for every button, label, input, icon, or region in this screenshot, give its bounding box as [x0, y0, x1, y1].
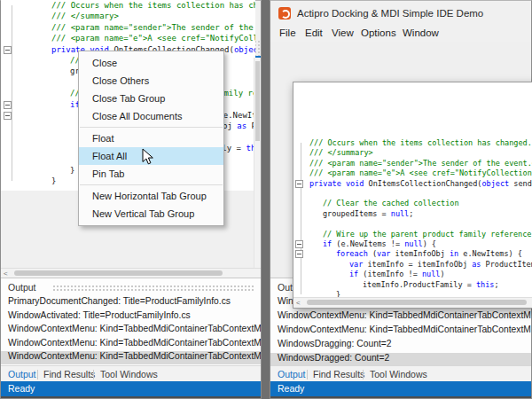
menu-file[interactable]: File [279, 27, 296, 38]
tab-separator [363, 370, 364, 379]
fold-collapse-icon[interactable] [295, 180, 303, 188]
code-line: if (itemInfo != null) [349, 270, 445, 278]
window-bottom-edge [1, 396, 261, 398]
menu-window[interactable]: Window [403, 27, 439, 38]
tab-separator [93, 370, 94, 379]
code-line: /// </summary> [51, 12, 119, 20]
statusbar: Ready [1, 381, 261, 396]
code-line: } [51, 176, 56, 185]
menu-item-close-all-documents[interactable]: Close All Documents [79, 107, 223, 125]
outlining-gutter-line [12, 5, 12, 181]
vertical-scrollbar[interactable] [254, 58, 261, 268]
output-log-row[interactable]: PrimaryDocumentChanged: Title=ProductFam… [1, 296, 261, 309]
panel-tab-output[interactable]: Output [278, 369, 306, 379]
fold-collapse-icon[interactable] [295, 240, 303, 248]
menu-item-close-others[interactable]: Close Others [79, 72, 223, 90]
panel-tab-find-results[interactable]: Find Results [313, 369, 364, 379]
fold-collapse-icon[interactable] [295, 250, 303, 258]
scroll-left-icon[interactable]: < [4, 270, 8, 278]
window-title: Actipro Docking & MDI Simple IDE Demo [297, 8, 483, 19]
code-line: /// <param name="e">A <see cref="NotifyC… [51, 34, 255, 43]
fold-collapse-icon[interactable] [4, 112, 12, 120]
desktop: Actipro Docking & MDI Simple IDE Demo Fi… [0, 0, 532, 399]
tab-context-menu: CloseClose OthersClose Tab GroupClose Al… [78, 51, 224, 226]
output-log-row[interactable]: WindowContextMenu: Kind=TabbedMdiContain… [1, 351, 261, 364]
menu-separator [80, 184, 223, 185]
titlebar[interactable]: Actipro Docking & MDI Simple IDE Demo [270, 1, 531, 27]
code-line: } [336, 290, 340, 297]
code-line: if (e.NewItems != null) { [323, 239, 436, 248]
outlining-gutter-line [301, 143, 301, 294]
status-text: Ready [278, 383, 304, 394]
code-line: foreach (var itemInfoObj in e.NewItems) … [336, 249, 522, 258]
window-bottom-edge [270, 396, 531, 398]
status-text: Ready [8, 383, 35, 394]
output-log-row[interactable]: WindowActivated: Title=ProductFamilyInfo… [1, 310, 261, 324]
menu-separator [80, 127, 223, 128]
code-line: private void OnItemsCollectionChanged(ob… [309, 179, 532, 188]
panel-tabbar: OutputFind ResultsTool Windows [1, 365, 261, 382]
output-log-row[interactable]: WindowsDragged: Count=2 [270, 353, 531, 366]
output-log-row[interactable]: WindowContextMenu: Kind=TabbedMdiContain… [270, 310, 531, 324]
mouse-cursor [142, 148, 154, 169]
output-panel-header[interactable]: Output [1, 279, 261, 295]
fold-collapse-icon[interactable] [4, 101, 12, 109]
output-panel: Output PrimaryDocumentChanged: Title=Pro… [1, 278, 261, 365]
floating-document-window: ProductFamilyInfo.cs - Docking/MDI Demo … [293, 82, 532, 309]
code-line: itemInfo.ProductFamily = this; [363, 280, 499, 289]
tab-separator [307, 370, 308, 379]
tab-separator [37, 370, 38, 379]
fold-collapse-icon[interactable] [4, 46, 12, 54]
menu-options[interactable]: Options [361, 27, 396, 38]
menu-item-close-tab-group[interactable]: Close Tab Group [79, 90, 223, 107]
panel-tab-output[interactable]: Output [8, 369, 36, 379]
code-line: /// </summary> [309, 148, 373, 157]
code-line: /// <param name="sender">The sender of t… [309, 159, 532, 168]
panel-grip [52, 285, 255, 292]
menu-item-float[interactable]: Float [79, 129, 223, 147]
panel-tab-find-results[interactable]: Find Results [43, 369, 95, 379]
output-log-row[interactable]: WindowContextMenu: Kind=TabbedMdiContain… [1, 338, 261, 351]
panel-tab-tool-windows[interactable]: Tool Windows [370, 369, 427, 379]
code-line: // Wire up the parent product family ref… [323, 230, 532, 239]
menu-item-new-vertical-tab-group[interactable]: New Vertical Tab Group [79, 205, 223, 223]
code-line: groupedItems = null; [323, 209, 413, 218]
output-log-row[interactable]: WindowContextMenu: Kind=TabbedMdiContain… [1, 324, 261, 337]
panel-tab-tool-windows[interactable]: Tool Windows [100, 369, 158, 379]
panel-tabbar: OutputFind ResultsTool Windows [270, 365, 531, 382]
code-line: /// Occurs when the items collection has… [309, 138, 532, 147]
code-line: /// Occurs when the items collection has… [51, 1, 255, 10]
code-line: /// <param name="e">A <see cref="NotifyC… [309, 168, 532, 177]
horizontal-scrollbar[interactable]: < [1, 268, 261, 278]
output-log-row[interactable]: WindowContextMenu: Kind=TabbedMdiContain… [270, 325, 531, 338]
horizontal-scrollbar[interactable]: < [293, 297, 532, 308]
output-log-row[interactable]: WindowsDragging: Count=2 [270, 339, 531, 352]
code-line: } [70, 166, 74, 175]
code-line: // Clear the cached collection [323, 199, 459, 207]
menubar: FileEditViewOptionsWindow [270, 27, 531, 42]
menu-view[interactable]: View [332, 27, 354, 38]
menu-edit[interactable]: Edit [305, 27, 323, 38]
menu-item-new-horizontal-tab-group[interactable]: New Horizontal Tab Group [79, 187, 223, 205]
output-panel-title: Output [8, 282, 36, 293]
code-line: var itemInfo = itemInfoObj as ProductIte… [349, 260, 532, 269]
app-logo-icon [278, 7, 291, 20]
code-line: /// <param name="sender">The sender of t… [51, 23, 255, 32]
code-editor[interactable]: /// Occurs when the items collection has… [293, 82, 532, 297]
scroll-left-icon[interactable]: < [296, 299, 301, 307]
statusbar: Ready [270, 381, 531, 396]
menu-item-close[interactable]: Close [79, 54, 223, 72]
